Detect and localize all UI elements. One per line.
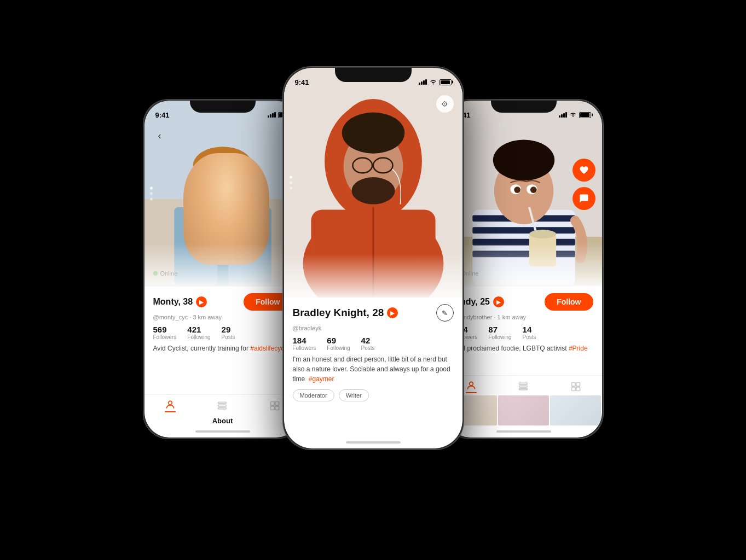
- wifi-icon-center: [429, 79, 437, 85]
- nav-grid-right[interactable]: [570, 381, 581, 392]
- notch-right: [491, 101, 557, 113]
- svg-rect-15: [218, 405, 227, 406]
- volume-up-left: [143, 191, 144, 218]
- stats-row-center: 184 Followers 69 Following 42 Posts: [293, 336, 454, 351]
- chat-button-right[interactable]: [572, 187, 595, 210]
- photo-dot-1: [150, 187, 153, 190]
- stat-posts-left: 29 Posts: [222, 325, 235, 340]
- grid-photo-2[interactable]: [498, 395, 549, 425]
- back-button-left[interactable]: ‹: [152, 128, 167, 143]
- stat-followers-center: 184 Followers: [293, 336, 316, 351]
- follow-button-right[interactable]: Follow: [545, 293, 593, 311]
- edit-button-center[interactable]: ✎: [436, 304, 454, 322]
- notch-center: [335, 68, 412, 82]
- nav-grid-left[interactable]: [269, 400, 280, 411]
- photo-dot-c2: [290, 182, 292, 184]
- svg-rect-53: [519, 388, 528, 390]
- posts-label-left: Posts: [222, 334, 235, 340]
- svg-rect-19: [270, 406, 274, 410]
- followers-label-left: Followers: [153, 334, 177, 340]
- profile-name-left: Monty, 38 ▶: [153, 296, 207, 307]
- svg-rect-16: [218, 407, 227, 409]
- followers-label-center: Followers: [293, 345, 316, 351]
- svg-rect-18: [275, 402, 279, 406]
- battery-center: [439, 79, 452, 85]
- phones-container: 9:41: [127, 34, 620, 526]
- svg-rect-4: [177, 228, 269, 232]
- name-text-left: Monty, 38: [153, 297, 193, 307]
- hashtag-center: #gaymer: [309, 375, 334, 383]
- svg-rect-9: [225, 189, 241, 199]
- posts-label-center: Posts: [361, 345, 375, 351]
- home-bar-center: [346, 441, 401, 444]
- photo-dot-c3: [290, 187, 292, 190]
- svg-rect-8: [204, 189, 220, 199]
- photo-dots-center: [290, 176, 292, 190]
- screen-center: 9:41: [284, 68, 462, 448]
- svg-point-45: [514, 186, 521, 193]
- section-label-left: About: [144, 415, 301, 425]
- signal-left: [268, 112, 276, 118]
- wifi-icon-right: [569, 112, 577, 118]
- nav-underline-right: [466, 392, 477, 393]
- svg-rect-17: [270, 402, 274, 406]
- posts-num-right: 14: [523, 325, 532, 334]
- mute-button-left: [143, 166, 144, 183]
- nav-profile-right[interactable]: [466, 380, 477, 393]
- stat-posts-right: 14 Posts: [523, 325, 536, 340]
- status-icons-center: [419, 79, 452, 85]
- following-num-left: 421: [187, 325, 201, 334]
- photo-dots-left: [150, 187, 153, 201]
- distance-right: 1 km away: [498, 314, 527, 320]
- hashtag-right: #Pride: [569, 345, 588, 352]
- nav-profile-left[interactable]: [165, 399, 176, 412]
- following-label-center: Following: [327, 345, 350, 351]
- svg-rect-54: [571, 383, 575, 387]
- time-left: 9:41: [155, 111, 170, 119]
- stat-posts-center: 42 Posts: [361, 336, 375, 351]
- photo-center: ⚙: [284, 68, 462, 298]
- followers-num-left: 569: [153, 325, 167, 334]
- bio-left: Avid Cyclist, currently training for #ai…: [153, 343, 292, 353]
- svg-rect-51: [519, 383, 528, 384]
- following-num-right: 87: [488, 325, 498, 334]
- svg-rect-5: [177, 237, 269, 242]
- heart-button-right[interactable]: [572, 159, 595, 182]
- profile-content-right: Andy, 25 ▶ Follow @andybrother · 1 km aw…: [446, 287, 602, 375]
- grid-photo-3[interactable]: [550, 395, 601, 425]
- svg-point-46: [530, 186, 536, 193]
- nav-list-left[interactable]: [217, 400, 228, 411]
- following-label-left: Following: [187, 334, 210, 340]
- gear-button-center[interactable]: ⚙: [436, 95, 454, 113]
- svg-point-29: [351, 177, 395, 204]
- bottom-nav-right: [446, 375, 602, 395]
- home-indicator-left: [144, 425, 301, 438]
- phone-left: 9:41: [143, 100, 302, 439]
- screen-right: 9:41: [446, 101, 602, 438]
- bottom-nav-left: [144, 394, 301, 415]
- posts-label-right: Posts: [523, 334, 536, 340]
- nav-list-right[interactable]: [518, 381, 529, 392]
- stat-following-center: 69 Following: [327, 336, 350, 351]
- svg-rect-55: [576, 383, 580, 387]
- svg-point-42: [493, 139, 554, 180]
- bio-right: Self proclaimed foodie, LGBTQ activist #…: [454, 343, 593, 353]
- power-button-right: [603, 177, 603, 210]
- photo-overlay-right: [446, 243, 602, 287]
- home-bar-left: [195, 430, 250, 433]
- home-indicator-center: [284, 436, 462, 448]
- photo-dot-2: [150, 192, 153, 195]
- volume-down-left: [143, 224, 144, 251]
- svg-point-49: [529, 230, 556, 238]
- posts-num-left: 29: [222, 325, 231, 334]
- following-label-right: Following: [488, 334, 511, 340]
- verified-icon-left: ▶: [196, 296, 207, 307]
- svg-point-13: [169, 401, 172, 405]
- profile-content-center: Bradley Knight, 28 ▶ ✎ @bradleyk 184 Fol…: [284, 298, 462, 436]
- volume-down-center: [283, 191, 284, 218]
- stat-followers-left: 569 Followers: [153, 325, 177, 340]
- about-label-left: About: [212, 417, 233, 425]
- signal-center: [419, 79, 427, 85]
- battery-right: [579, 112, 591, 118]
- name-row-center: Bradley Knight, 28 ▶ ✎: [293, 304, 454, 322]
